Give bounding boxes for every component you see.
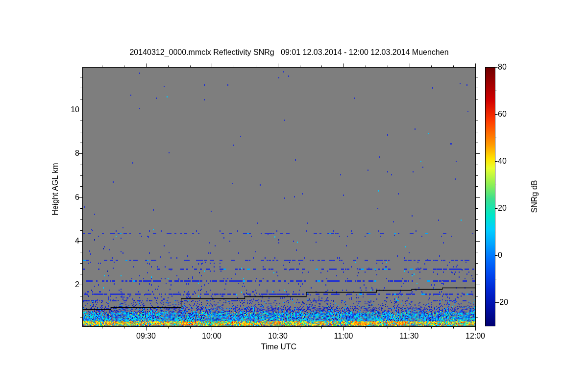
plot-canvas bbox=[0, 0, 588, 392]
cb-tick-label-60: 60 bbox=[498, 109, 507, 119]
y-axis-title: Height AGL km bbox=[51, 163, 60, 215]
cb-tick-label-80: 80 bbox=[498, 62, 507, 72]
colorbar-title: SNRg dB bbox=[530, 180, 539, 213]
cb-tick-label-40: 40 bbox=[498, 156, 507, 166]
x-axis-title: Time UTC bbox=[261, 342, 296, 352]
x-tick-label-1200: 12:00 bbox=[466, 331, 485, 341]
cb-tick-label-20: 20 bbox=[498, 203, 507, 213]
x-tick-label-1000: 10:00 bbox=[202, 331, 221, 341]
plot-title: 20140312_0000.mmclx Reflectivity SNRg 09… bbox=[83, 48, 495, 57]
x-tick-label-1030: 10:30 bbox=[268, 331, 288, 341]
x-tick-label-1100: 11:00 bbox=[334, 331, 353, 341]
cb-tick-label-neg20: -20 bbox=[497, 297, 508, 307]
x-tick-label-1130: 11:30 bbox=[400, 331, 419, 341]
radar-quicklook-figure: 20140312_0000.mmclx Reflectivity SNRg 09… bbox=[0, 0, 588, 392]
y-tick-label-4: 4 bbox=[60, 236, 79, 246]
x-tick-label-0930: 09:30 bbox=[136, 331, 156, 341]
y-tick-label-2: 2 bbox=[60, 280, 79, 290]
y-tick-label-6: 6 bbox=[60, 193, 79, 202]
y-tick-label-10: 10 bbox=[60, 105, 79, 115]
y-tick-label-8: 8 bbox=[60, 148, 79, 158]
cb-tick-label-0: 0 bbox=[498, 250, 502, 260]
